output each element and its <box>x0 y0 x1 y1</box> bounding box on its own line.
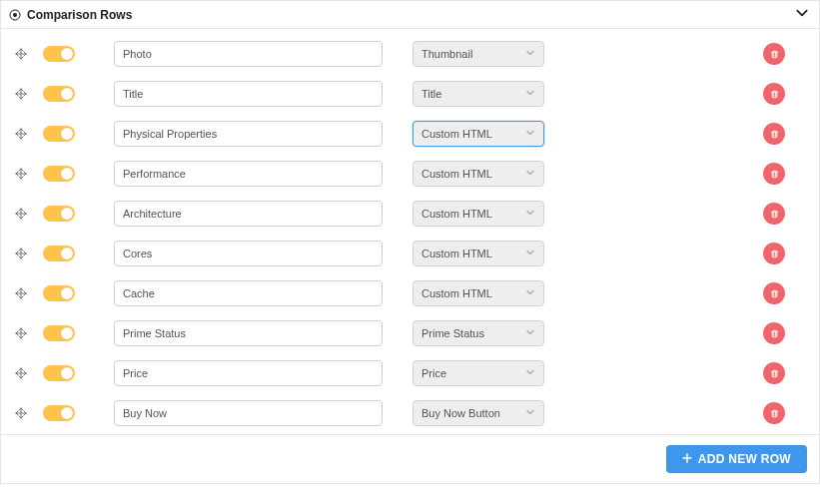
chevron-down-icon <box>525 287 535 299</box>
row-type-select[interactable]: Price <box>412 360 544 386</box>
row-name-input[interactable] <box>114 360 383 386</box>
trash-icon <box>769 129 780 140</box>
comparison-row: Custom HTML <box>13 280 807 306</box>
delete-row-button[interactable] <box>763 243 785 264</box>
drag-handle-icon[interactable] <box>13 208 29 220</box>
row-type-select[interactable]: Custom HTML <box>412 121 544 147</box>
trash-icon <box>769 169 780 180</box>
chevron-down-icon <box>525 208 535 220</box>
delete-row-button[interactable] <box>763 83 785 105</box>
row-type-select[interactable]: Custom HTML <box>412 241 544 266</box>
delete-row-button[interactable] <box>763 203 785 225</box>
drag-handle-icon[interactable] <box>13 327 29 339</box>
row-name-input[interactable] <box>114 41 383 67</box>
row-enabled-toggle[interactable] <box>43 166 75 182</box>
add-new-row-button[interactable]: ADD NEW ROW <box>666 445 807 473</box>
delete-row-button[interactable] <box>763 123 785 145</box>
row-enabled-toggle[interactable] <box>43 46 75 62</box>
row-name-input[interactable] <box>114 81 383 107</box>
row-name-input[interactable] <box>114 320 383 346</box>
row-type-label: Custom HTML <box>421 248 492 259</box>
drag-handle-icon[interactable] <box>13 367 29 379</box>
drag-handle-icon[interactable] <box>13 248 29 259</box>
comparison-row: Prime Status <box>13 320 807 346</box>
chevron-down-icon <box>525 168 535 180</box>
row-type-label: Price <box>421 367 446 379</box>
panel-title: Comparison Rows <box>27 8 795 22</box>
row-type-label: Custom HTML <box>421 168 492 180</box>
rows-list: ThumbnailTitleCustom HTMLCustom HTMLCust… <box>13 41 807 426</box>
comparison-row: Custom HTML <box>13 201 807 227</box>
row-name-input[interactable] <box>114 241 383 266</box>
row-type-select[interactable]: Thumbnail <box>412 41 544 67</box>
trash-icon <box>769 49 780 60</box>
row-enabled-toggle[interactable] <box>43 126 75 142</box>
row-name-input[interactable] <box>114 161 383 187</box>
trash-icon <box>769 288 780 299</box>
chevron-down-icon <box>525 367 535 379</box>
add-new-row-label: ADD NEW ROW <box>698 452 791 466</box>
row-type-label: Buy Now Button <box>421 407 500 419</box>
trash-icon <box>769 89 780 100</box>
svg-point-1 <box>13 13 17 17</box>
chevron-down-icon <box>525 248 535 259</box>
comparison-rows-panel: Comparison Rows ThumbnailTitleCustom HTM… <box>0 0 820 484</box>
row-type-select[interactable]: Title <box>412 81 544 107</box>
delete-row-button[interactable] <box>763 163 785 185</box>
panel-header[interactable]: Comparison Rows <box>1 1 819 29</box>
row-type-select[interactable]: Custom HTML <box>412 280 544 306</box>
row-enabled-toggle[interactable] <box>43 405 75 421</box>
trash-icon <box>769 209 780 220</box>
chevron-down-icon <box>525 407 535 419</box>
row-type-select[interactable]: Custom HTML <box>412 161 544 187</box>
delete-row-button[interactable] <box>763 43 785 65</box>
comparison-row: Thumbnail <box>13 41 807 67</box>
chevron-down-icon <box>795 6 809 23</box>
chevron-down-icon <box>525 88 535 100</box>
row-enabled-toggle[interactable] <box>43 246 75 261</box>
comparison-row: Buy Now Button <box>13 400 807 426</box>
row-type-label: Custom HTML <box>421 287 492 299</box>
drag-handle-icon[interactable] <box>13 88 29 100</box>
row-name-input[interactable] <box>114 400 383 426</box>
row-type-label: Title <box>421 88 441 100</box>
delete-row-button[interactable] <box>763 362 785 384</box>
delete-row-button[interactable] <box>763 322 785 344</box>
drag-handle-icon[interactable] <box>13 168 29 180</box>
row-name-input[interactable] <box>114 121 383 147</box>
chevron-down-icon <box>525 48 535 60</box>
plus-icon <box>682 452 692 466</box>
row-type-label: Custom HTML <box>421 208 492 220</box>
drag-handle-icon[interactable] <box>13 48 29 60</box>
row-name-input[interactable] <box>114 280 383 306</box>
trash-icon <box>769 249 780 259</box>
target-icon <box>9 9 21 21</box>
drag-handle-icon[interactable] <box>13 287 29 299</box>
row-enabled-toggle[interactable] <box>43 365 75 381</box>
row-name-input[interactable] <box>114 201 383 227</box>
drag-handle-icon[interactable] <box>13 128 29 140</box>
chevron-down-icon <box>525 128 535 140</box>
row-enabled-toggle[interactable] <box>43 206 75 222</box>
row-enabled-toggle[interactable] <box>43 285 75 301</box>
row-type-label: Custom HTML <box>421 128 492 140</box>
row-type-label: Thumbnail <box>421 48 472 60</box>
delete-row-button[interactable] <box>763 282 785 304</box>
row-type-select[interactable]: Buy Now Button <box>412 400 544 426</box>
drag-handle-icon[interactable] <box>13 407 29 419</box>
row-enabled-toggle[interactable] <box>43 325 75 341</box>
delete-row-button[interactable] <box>763 402 785 424</box>
row-type-select[interactable]: Prime Status <box>412 320 544 346</box>
chevron-down-icon <box>525 327 535 339</box>
row-type-label: Prime Status <box>421 327 484 339</box>
trash-icon <box>769 328 780 339</box>
comparison-row: Custom HTML <box>13 121 807 147</box>
panel-footer: ADD NEW ROW <box>1 434 819 483</box>
comparison-row: Custom HTML <box>13 161 807 187</box>
comparison-row: Price <box>13 360 807 386</box>
row-type-select[interactable]: Custom HTML <box>412 201 544 227</box>
comparison-row: Custom HTML <box>13 241 807 266</box>
row-enabled-toggle[interactable] <box>43 86 75 102</box>
panel-body: ThumbnailTitleCustom HTMLCustom HTMLCust… <box>1 29 819 434</box>
trash-icon <box>769 368 780 379</box>
